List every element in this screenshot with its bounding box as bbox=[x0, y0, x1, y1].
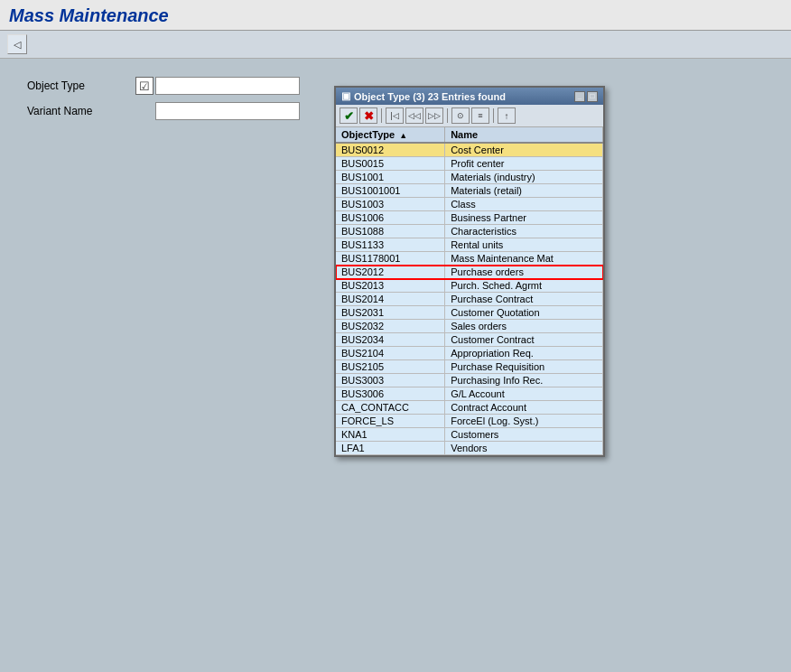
modal-table-container[interactable]: ObjectType ▲ Name BUS0012Cost CenterBUS0… bbox=[336, 127, 603, 455]
table-row[interactable]: BUS2031Customer Quotation bbox=[336, 306, 603, 320]
cell-object-type: BUS1178001 bbox=[336, 252, 445, 266]
modal-overlay: ▣ Object Type (3) 23 Entries found _ □ ✔… bbox=[334, 86, 605, 457]
cell-name: Purchase orders bbox=[445, 266, 603, 279]
table-row[interactable]: BUS1001Materials (industry) bbox=[336, 171, 603, 184]
table-row[interactable]: BUS1003Class bbox=[336, 198, 603, 211]
modal-icon: ▣ bbox=[341, 90, 350, 102]
cell-name: Purch. Sched. Agrmt bbox=[445, 279, 603, 293]
cell-object-type: BUS1003 bbox=[336, 198, 445, 211]
modal-window: ▣ Object Type (3) 23 Entries found _ □ ✔… bbox=[334, 86, 605, 457]
object-type-input[interactable] bbox=[155, 77, 300, 95]
modal-prev-button[interactable]: ◁◁ bbox=[405, 107, 423, 124]
cell-object-type: BUS1088 bbox=[336, 225, 445, 238]
cell-object-type: BUS2014 bbox=[336, 293, 445, 306]
table-row[interactable]: BUS2105Purchase Requisition bbox=[336, 360, 603, 374]
table-row[interactable]: FORCE_LSForceEl (Log. Syst.) bbox=[336, 415, 603, 428]
cell-object-type: BUS1006 bbox=[336, 211, 445, 225]
table-row[interactable]: BUS1178001Mass Maintenance Mat bbox=[336, 252, 603, 266]
cell-object-type: LFA1 bbox=[336, 442, 445, 455]
table-row[interactable]: BUS0012Cost Center bbox=[336, 143, 603, 157]
cell-object-type: BUS1133 bbox=[336, 238, 445, 252]
object-type-checkbox[interactable]: ☑ bbox=[135, 77, 154, 95]
col-header-object-type[interactable]: ObjectType ▲ bbox=[336, 127, 445, 143]
table-row[interactable]: BUS2012Purchase orders bbox=[336, 266, 603, 279]
table-row[interactable]: CA_CONTACCContract Account bbox=[336, 401, 603, 415]
cell-object-type: BUS2104 bbox=[336, 347, 445, 360]
table-row[interactable]: BUS2014Purchase Contract bbox=[336, 293, 603, 306]
modal-select-button[interactable]: ⊙ bbox=[451, 107, 470, 124]
main-toolbar: ◁ bbox=[0, 31, 791, 59]
cell-object-type: BUS2012 bbox=[336, 266, 445, 279]
modal-confirm-button[interactable]: ✔ bbox=[340, 107, 358, 124]
cell-object-type: KNA1 bbox=[336, 428, 445, 442]
cell-object-type: BUS2034 bbox=[336, 333, 445, 347]
modal-cancel-button[interactable]: ✖ bbox=[359, 107, 377, 124]
modal-next-button[interactable]: ▷▷ bbox=[425, 107, 443, 124]
modal-maximize-button[interactable]: □ bbox=[587, 91, 598, 102]
modal-title-left: ▣ Object Type (3) 23 Entries found bbox=[341, 90, 506, 102]
table-row[interactable]: BUS2104Appropriation Req. bbox=[336, 347, 603, 360]
modal-corner-buttons: _ □ bbox=[574, 91, 598, 102]
modal-first-button[interactable]: |◁ bbox=[386, 107, 404, 124]
cell-name: Purchase Contract bbox=[445, 293, 603, 306]
modal-toolbar: ✔ ✖ |◁ ◁◁ ▷▷ ⊙ ≡ ↑ bbox=[336, 105, 603, 127]
cell-name: Materials (industry) bbox=[445, 171, 603, 184]
cell-object-type: BUS3003 bbox=[336, 374, 445, 387]
cell-name: Customers bbox=[445, 428, 603, 442]
table-row[interactable]: KNA1Customers bbox=[336, 428, 603, 442]
cell-name: Profit center bbox=[445, 157, 603, 171]
sort-arrow-object-type: ▲ bbox=[399, 131, 407, 140]
object-type-label: Object Type bbox=[27, 79, 135, 92]
modal-titlebar: ▣ Object Type (3) 23 Entries found _ □ bbox=[336, 88, 603, 105]
cell-name: Customer Contract bbox=[445, 333, 603, 347]
table-row[interactable]: BUS1001001Materials (retail) bbox=[336, 184, 603, 198]
cell-object-type: BUS2013 bbox=[336, 279, 445, 293]
cell-name: Class bbox=[445, 198, 603, 211]
cell-object-type: BUS1001 bbox=[336, 171, 445, 184]
table-row[interactable]: BUS2032Sales orders bbox=[336, 320, 603, 333]
cell-name: Cost Center bbox=[445, 143, 603, 157]
cell-name: ForceEl (Log. Syst.) bbox=[445, 415, 603, 428]
cell-object-type: BUS2031 bbox=[336, 306, 445, 320]
table-row[interactable]: LFA1Vendors bbox=[336, 442, 603, 455]
object-type-table: ObjectType ▲ Name BUS0012Cost CenterBUS0… bbox=[336, 127, 603, 455]
table-row[interactable]: BUS1006Business Partner bbox=[336, 211, 603, 225]
table-row[interactable]: BUS2034Customer Contract bbox=[336, 333, 603, 347]
table-row[interactable]: BUS3003Purchasing Info Rec. bbox=[336, 374, 603, 387]
cell-name: Vendors bbox=[445, 442, 603, 455]
modal-table-body: BUS0012Cost CenterBUS0015Profit centerBU… bbox=[336, 143, 603, 455]
cell-object-type: FORCE_LS bbox=[336, 415, 445, 428]
back-button[interactable]: ◁ bbox=[7, 34, 27, 54]
cell-object-type: BUS2105 bbox=[336, 360, 445, 374]
col-header-name[interactable]: Name bbox=[445, 127, 603, 143]
table-row[interactable]: BUS2013Purch. Sched. Agrmt bbox=[336, 279, 603, 293]
cell-name: Purchase Requisition bbox=[445, 360, 603, 374]
cell-object-type: BUS3006 bbox=[336, 387, 445, 401]
cell-name: Purchasing Info Rec. bbox=[445, 374, 603, 387]
cell-name: Sales orders bbox=[445, 320, 603, 333]
cell-name: Appropriation Req. bbox=[445, 347, 603, 360]
modal-details-button[interactable]: ≡ bbox=[471, 107, 489, 124]
modal-info-button[interactable]: ↑ bbox=[498, 107, 516, 124]
cell-name: Materials (retail) bbox=[445, 184, 603, 198]
main-container: Mass Maintenance ◁ Object Type ☑ Variant… bbox=[0, 0, 791, 672]
cell-name: Mass Maintenance Mat bbox=[445, 252, 603, 266]
table-header-row: ObjectType ▲ Name bbox=[336, 127, 603, 143]
table-row[interactable]: BUS1133Rental units bbox=[336, 238, 603, 252]
cell-name: G/L Account bbox=[445, 387, 603, 401]
table-row[interactable]: BUS1088Characteristics bbox=[336, 225, 603, 238]
toolbar-separator-1 bbox=[381, 108, 382, 123]
toolbar-separator-2 bbox=[447, 108, 448, 123]
cell-object-type: BUS1001001 bbox=[336, 184, 445, 198]
cell-object-type: BUS0012 bbox=[336, 143, 445, 157]
variant-name-input[interactable] bbox=[155, 102, 300, 120]
modal-title-text: Object Type (3) 23 Entries found bbox=[354, 91, 506, 102]
cell-name: Business Partner bbox=[445, 211, 603, 225]
cell-object-type: BUS0015 bbox=[336, 157, 445, 171]
modal-minimize-button[interactable]: _ bbox=[574, 91, 585, 102]
table-row[interactable]: BUS3006G/L Account bbox=[336, 387, 603, 401]
table-row[interactable]: BUS0015Profit center bbox=[336, 157, 603, 171]
cell-object-type: BUS2032 bbox=[336, 320, 445, 333]
cell-object-type: CA_CONTACC bbox=[336, 401, 445, 415]
variant-name-label: Variant Name bbox=[27, 105, 135, 117]
